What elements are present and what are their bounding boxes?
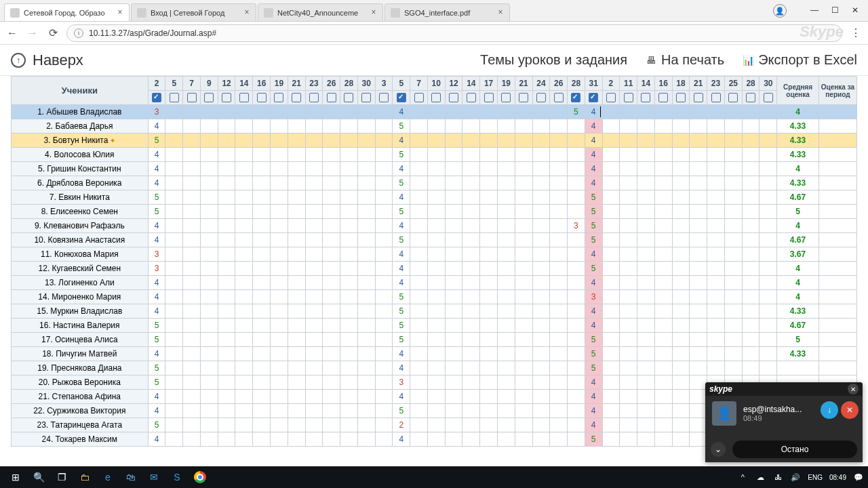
grade-cell[interactable] (532, 347, 550, 361)
grade-cell[interactable] (445, 276, 462, 290)
grade-cell[interactable] (357, 276, 375, 290)
grade-cell[interactable] (690, 148, 707, 162)
grade-cell[interactable] (271, 105, 288, 119)
grade-cell[interactable] (323, 432, 340, 447)
date-header[interactable]: 3 (375, 77, 393, 91)
grade-cell[interactable] (218, 205, 235, 219)
date-checkbox[interactable] (222, 93, 231, 102)
grade-cell[interactable] (253, 347, 271, 361)
grade-cell[interactable] (480, 233, 498, 247)
grade-cell[interactable]: 4 (148, 390, 165, 404)
grade-cell[interactable] (707, 134, 725, 148)
period-cell[interactable] (818, 276, 856, 290)
grade-cell[interactable] (602, 375, 620, 390)
grade-cell[interactable] (288, 233, 305, 247)
grade-cell[interactable] (323, 162, 340, 176)
grade-cell[interactable] (445, 404, 462, 418)
grade-cell[interactable] (742, 176, 760, 190)
grade-cell[interactable] (305, 304, 323, 319)
grade-cell[interactable] (760, 290, 777, 304)
grade-cell[interactable] (637, 290, 655, 304)
grade-cell[interactable] (497, 333, 515, 347)
date-checkbox[interactable] (606, 93, 616, 102)
grade-cell[interactable]: 5 (148, 418, 165, 432)
grade-cell[interactable] (218, 134, 235, 148)
grade-cell[interactable] (690, 205, 707, 219)
grade-cell[interactable] (253, 162, 271, 176)
grade-cell[interactable] (654, 290, 672, 304)
skype-close-button[interactable]: ✕ (848, 384, 859, 394)
grade-cell[interactable] (271, 333, 288, 347)
grade-cell[interactable] (515, 105, 532, 119)
grade-cell[interactable] (550, 176, 568, 190)
grade-cell[interactable]: 5 (148, 375, 165, 390)
grade-cell[interactable]: 4 (585, 276, 602, 290)
grade-cell[interactable] (375, 333, 393, 347)
grade-cell[interactable] (637, 247, 655, 262)
grade-cell[interactable] (742, 162, 760, 176)
grade-cell[interactable] (724, 319, 742, 333)
grade-cell[interactable]: 5 (148, 190, 165, 205)
student-row[interactable]: 3. Бовтун Никита5444.33 (12, 134, 857, 148)
grade-cell[interactable] (253, 190, 271, 205)
grade-cell[interactable] (200, 361, 218, 375)
grade-cell[interactable] (654, 134, 672, 148)
nav-forward[interactable]: → (26, 26, 39, 40)
grade-cell[interactable]: 5 (585, 347, 602, 361)
grade-cell[interactable] (620, 176, 637, 190)
grade-cell[interactable] (532, 290, 550, 304)
grade-cell[interactable] (323, 148, 340, 162)
grade-cell[interactable] (253, 319, 271, 333)
grade-cell[interactable] (690, 404, 707, 418)
grade-cell[interactable] (602, 233, 620, 247)
grade-cell[interactable] (462, 148, 480, 162)
grade-cell[interactable] (568, 190, 585, 205)
grade-cell[interactable]: 4 (393, 247, 410, 262)
grade-cell[interactable]: 2 (393, 418, 410, 432)
grade-cell[interactable] (532, 262, 550, 276)
grade-cell[interactable] (724, 276, 742, 290)
grade-cell[interactable] (305, 262, 323, 276)
chrome-taskbar-icon[interactable] (189, 466, 212, 488)
grade-cell[interactable] (200, 105, 218, 119)
grade-cell[interactable] (235, 162, 253, 176)
nav-reload[interactable]: ⟳ (46, 26, 60, 40)
grade-cell[interactable]: 4 (148, 148, 165, 162)
grade-cell[interactable] (480, 304, 498, 319)
grade-cell[interactable] (375, 219, 393, 233)
grade-cell[interactable] (550, 148, 568, 162)
student-name-cell[interactable]: 17. Осинцева Алиса (12, 333, 149, 347)
grade-cell[interactable] (445, 290, 462, 304)
grade-cell[interactable]: 3 (393, 375, 410, 390)
grade-cell[interactable] (357, 262, 375, 276)
grade-cell[interactable]: 5 (393, 304, 410, 319)
grade-cell[interactable] (235, 390, 253, 404)
student-name-cell[interactable]: 14. Мироненко Мария (12, 290, 149, 304)
grade-cell[interactable] (620, 404, 637, 418)
grade-cell[interactable] (568, 134, 585, 148)
grade-cell[interactable] (707, 247, 725, 262)
grade-cell[interactable] (375, 347, 393, 361)
grade-cell[interactable] (707, 148, 725, 162)
grade-cell[interactable] (672, 276, 690, 290)
chrome-menu[interactable]: ⋮ (849, 26, 863, 39)
period-cell[interactable] (818, 304, 856, 319)
date-checkbox[interactable] (170, 93, 179, 102)
grade-cell[interactable] (271, 432, 288, 447)
grade-cell[interactable] (480, 219, 498, 233)
date-checkbox[interactable] (571, 93, 580, 102)
grade-cell[interactable] (742, 347, 760, 361)
grade-cell[interactable] (550, 333, 568, 347)
grade-cell[interactable]: 4 (393, 432, 410, 447)
grade-cell[interactable] (357, 404, 375, 418)
grade-cell[interactable] (602, 290, 620, 304)
student-row[interactable]: 6. Дряблова Вероника4544.33 (12, 176, 857, 190)
grade-cell[interactable] (497, 190, 515, 205)
grade-cell[interactable] (637, 205, 655, 219)
grade-cell[interactable] (742, 134, 760, 148)
grade-cell[interactable] (550, 190, 568, 205)
grade-cell[interactable] (218, 319, 235, 333)
student-name-cell[interactable]: 21. Степанова Афина (12, 390, 149, 404)
date-checkbox[interactable] (292, 93, 301, 102)
grade-cell[interactable] (357, 205, 375, 219)
